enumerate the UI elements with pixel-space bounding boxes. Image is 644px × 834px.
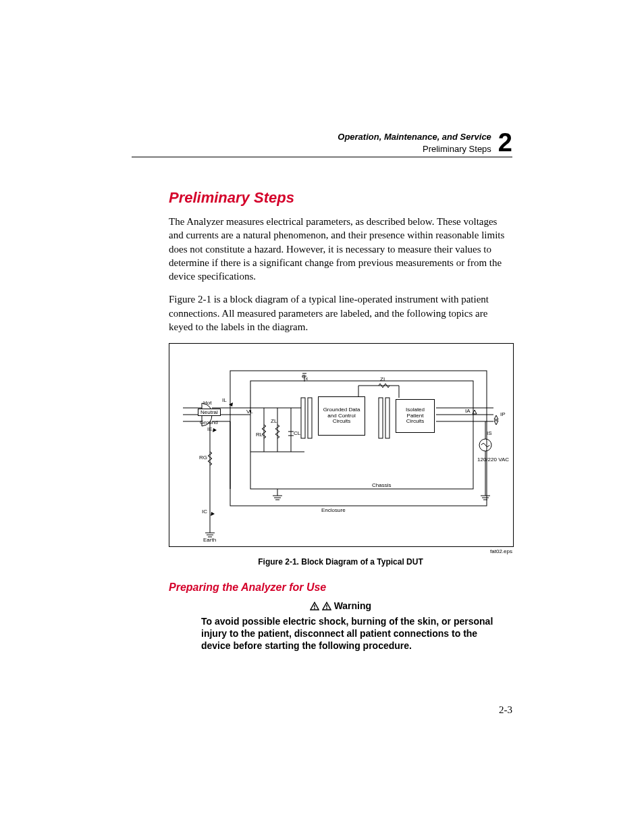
label-rl: RL bbox=[256, 432, 263, 438]
label-vl: VL bbox=[246, 409, 253, 415]
label-cl: CL bbox=[294, 430, 300, 436]
label-il: IL bbox=[222, 397, 227, 403]
figure: Hot Neutral Ground IL IE VL RL ZL CL Cx … bbox=[169, 343, 512, 567]
label-is: IS bbox=[487, 430, 492, 436]
label-enclosure: Enclosure bbox=[321, 507, 346, 513]
subsection-heading: Preparing the Analyzer for Use bbox=[169, 581, 512, 594]
body-paragraph: Figure 2-1 is a block diagram of a typic… bbox=[169, 292, 512, 334]
svg-point-32 bbox=[314, 608, 315, 609]
page-number: 2-3 bbox=[499, 704, 512, 716]
warning-label: Warning bbox=[334, 600, 371, 611]
label-neutral: Neutral bbox=[198, 409, 221, 416]
label-zi: ZI bbox=[380, 376, 385, 382]
figure-filename: fat02.eps bbox=[169, 548, 512, 554]
label-ie: IE bbox=[207, 426, 213, 432]
label-cx: Cx bbox=[302, 373, 308, 381]
header-title: Operation, Maintenance, and Service bbox=[338, 132, 491, 142]
figure-caption: Figure 2-1. Block Diagram of a Typical D… bbox=[169, 557, 512, 567]
label-hot: Hot bbox=[203, 400, 211, 406]
svg-rect-12 bbox=[308, 398, 312, 438]
warning-icon bbox=[310, 602, 319, 610]
label-earth: Earth bbox=[203, 537, 216, 543]
warning-icon bbox=[322, 602, 331, 610]
body-paragraph: The Analyzer measures electrical paramet… bbox=[169, 215, 512, 283]
svg-point-34 bbox=[326, 608, 327, 609]
label-rg: RG bbox=[199, 454, 207, 461]
block-diagram: Hot Neutral Ground IL IE VL RL ZL CL Cx … bbox=[169, 343, 514, 547]
block-grounded-circuits: Grounded Data and Control Circuits bbox=[318, 396, 365, 436]
label-vac: 120/220 VAC bbox=[477, 457, 509, 463]
svg-rect-18 bbox=[385, 398, 390, 438]
svg-rect-11 bbox=[301, 398, 305, 438]
header-subtitle: Preliminary Steps bbox=[423, 144, 491, 154]
header-rule bbox=[132, 157, 512, 157]
label-zl: ZL bbox=[271, 418, 277, 424]
block-isolated-circuits: Isolated Patient Circuits bbox=[396, 399, 435, 433]
section-heading: Preliminary Steps bbox=[169, 189, 512, 207]
label-ip: IP bbox=[500, 411, 506, 417]
label-chassis: Chassis bbox=[372, 482, 391, 488]
warning-heading: Warning bbox=[169, 600, 512, 611]
svg-rect-17 bbox=[379, 398, 383, 438]
label-ia: IA bbox=[465, 408, 471, 414]
chapter-number: 2 bbox=[498, 130, 512, 155]
running-header: Operation, Maintenance, and Service Prel… bbox=[338, 130, 512, 155]
document-page: Operation, Maintenance, and Service Prel… bbox=[0, 0, 644, 834]
label-ic: IC bbox=[202, 509, 207, 515]
diagram-svg bbox=[169, 344, 513, 546]
warning-text: To avoid possible electric shock, burnin… bbox=[201, 615, 496, 652]
label-ground: Ground bbox=[200, 419, 218, 425]
